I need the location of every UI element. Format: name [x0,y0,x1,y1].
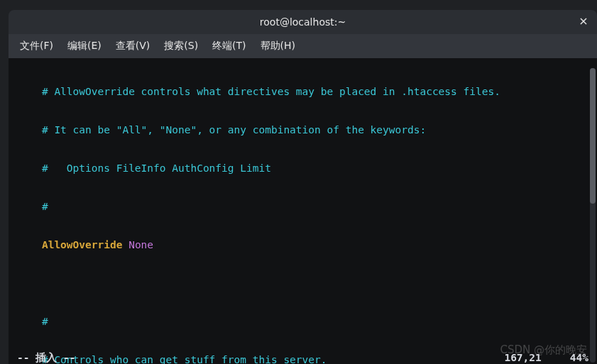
menubar: 文件(F) 编辑(E) 查看(V) 搜索(S) 终端(T) 帮助(H) [9,34,597,58]
vim-scroll-pct: 44% [570,351,588,364]
vim-status-bar: -- 插入 -- 167,21 44% [17,351,588,364]
vim-cursor-pos: 167,21 [504,351,541,364]
vim-mode: -- 插入 -- [17,351,75,364]
menu-help[interactable]: 帮助(H) [253,35,302,57]
menu-file[interactable]: 文件(F) [13,35,60,57]
menu-terminal[interactable]: 终端(T) [205,35,253,57]
code-line: # [17,316,48,327]
scrollbar[interactable] [590,68,596,363]
directive-allowoverride: AllowOverride [42,239,123,250]
code-line: # It can be "All", "None", or any combin… [17,124,426,136]
menu-search[interactable]: 搜索(S) [157,35,205,57]
terminal-window: root@localhost:~ × 文件(F) 编辑(E) 查看(V) 搜索(… [9,10,597,364]
code-line: # AllowOverride controls what directives… [17,86,500,97]
menu-view[interactable]: 查看(V) [109,35,158,57]
titlebar: root@localhost:~ × [9,10,597,34]
terminal-content[interactable]: # AllowOverride controls what directives… [9,58,597,364]
close-icon[interactable]: × [577,14,590,27]
code-line: # [17,201,48,212]
code-line: # Options FileInfo AuthConfig Limit [17,162,271,174]
scrollbar-thumb[interactable] [590,68,596,204]
menu-edit[interactable]: 编辑(E) [60,35,109,57]
window-title: root@localhost:~ [260,16,346,28]
